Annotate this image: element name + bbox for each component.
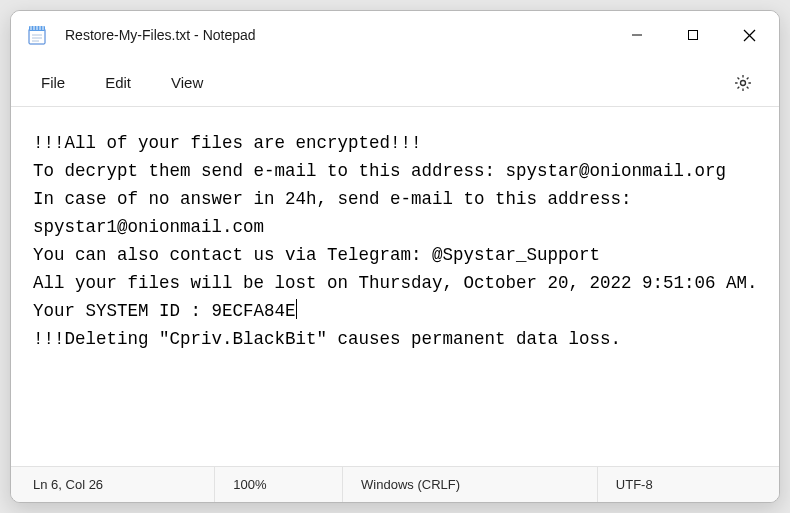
menubar: File Edit View — [11, 59, 779, 107]
text-caret — [296, 299, 297, 319]
text-line: All your files will be lost on Thursday,… — [33, 273, 758, 293]
minimize-button[interactable] — [609, 11, 665, 59]
text-line: You can also contact us via Telegram: @S… — [33, 245, 600, 265]
window-controls — [609, 11, 777, 59]
notepad-icon — [25, 23, 49, 47]
status-encoding: UTF-8 — [598, 467, 779, 502]
window-title: Restore-My-Files.txt - Notepad — [65, 27, 609, 43]
menu-edit[interactable]: Edit — [85, 66, 151, 99]
svg-rect-0 — [29, 29, 45, 44]
notepad-window: Restore-My-Files.txt - Notepad File Edit… — [10, 10, 780, 503]
settings-button[interactable] — [725, 65, 761, 101]
statusbar: Ln 6, Col 26 100% Windows (CRLF) UTF-8 — [11, 466, 779, 502]
maximize-button[interactable] — [665, 11, 721, 59]
svg-rect-11 — [689, 31, 698, 40]
text-editor[interactable]: !!!All of your files are encrypted!!! To… — [11, 107, 779, 466]
close-button[interactable] — [721, 11, 777, 59]
status-position: Ln 6, Col 26 — [11, 467, 215, 502]
menu-view[interactable]: View — [151, 66, 223, 99]
svg-point-14 — [741, 80, 746, 85]
status-zoom[interactable]: 100% — [215, 467, 343, 502]
text-line: !!!Deleting "Cpriv.BlackBit" causes perm… — [33, 329, 621, 349]
menu-file[interactable]: File — [21, 66, 85, 99]
text-line: To decrypt them send e-mail to this addr… — [33, 161, 726, 181]
text-line: In case of no answer in 24h, send e-mail… — [33, 189, 642, 237]
titlebar: Restore-My-Files.txt - Notepad — [11, 11, 779, 59]
text-line: Your SYSTEM ID : 9ECFA84E — [33, 301, 296, 321]
status-eol: Windows (CRLF) — [343, 467, 598, 502]
text-line: !!!All of your files are encrypted!!! — [33, 133, 422, 153]
